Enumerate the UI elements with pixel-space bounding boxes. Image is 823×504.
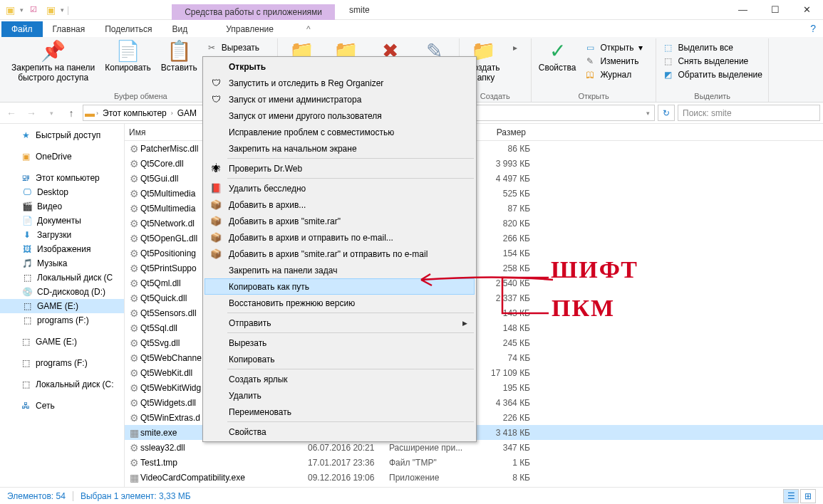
refresh-button[interactable]: ↻ xyxy=(658,105,675,121)
nav-local-c[interactable]: ⬚Локальный диск (C xyxy=(0,271,124,285)
file-row[interactable]: ▦VideoCardCompatibility.exe09.12.2016 19… xyxy=(125,470,823,485)
nav-documents[interactable]: 📄Документы xyxy=(0,214,124,228)
nav-game-e-2[interactable]: ⬚GAME (E:) xyxy=(0,335,124,349)
nav-game-e[interactable]: ⬚GAME (E:) xyxy=(0,299,124,313)
context-menu-item[interactable]: Запуск от имени другого пользователя xyxy=(205,107,475,124)
tab-home[interactable]: Главная xyxy=(43,21,95,37)
nav-video[interactable]: 🎬Видео xyxy=(0,199,124,214)
nav-pictures[interactable]: 🖼Изображения xyxy=(0,242,124,256)
context-menu-item[interactable]: 🛡Запустить и отследить в Reg Organizer xyxy=(205,75,475,91)
file-icon: ⚙ xyxy=(125,457,140,468)
copy-button[interactable]: 📄Копировать xyxy=(100,38,155,85)
close-button[interactable]: ✕ xyxy=(791,0,823,20)
context-menu-item[interactable]: 🛡Запуск от имени администратора xyxy=(205,91,475,107)
context-menu-item[interactable]: 📦Добавить в архив... xyxy=(205,196,475,213)
context-menu-item[interactable]: 📦Добавить в архив "smite.rar" xyxy=(205,213,475,229)
context-menu-item[interactable]: Восстановить прежнюю версию xyxy=(205,295,475,311)
file-size: 820 КБ xyxy=(480,219,530,229)
file-size: 74 КБ xyxy=(480,353,530,363)
cut-button[interactable]: ✂Вырезать xyxy=(203,41,274,54)
back-button[interactable]: ← xyxy=(3,105,20,122)
drive-icon: ▬ xyxy=(85,107,95,119)
up-button[interactable]: ↑ xyxy=(63,105,80,122)
minimize-button[interactable]: — xyxy=(727,0,759,20)
help-icon[interactable]: ? xyxy=(803,20,823,37)
nav-local-c-2[interactable]: ⬚Локальный диск (C: xyxy=(0,377,124,392)
file-row[interactable]: ⚙Test1.tmp17.01.2017 23:36Файл "TMP"1 КБ xyxy=(125,455,823,470)
forward-button[interactable]: → xyxy=(23,105,40,122)
nav-programs-f[interactable]: ⬚programs (F:) xyxy=(0,313,124,327)
context-menu-item[interactable]: Исправление проблем с совместимостью xyxy=(205,124,475,140)
nav-cd-drive[interactable]: 💿CD-дисковод (D:) xyxy=(0,285,124,299)
breadcrumb-segment[interactable]: GAM xyxy=(175,108,200,118)
tab-file[interactable]: Файл xyxy=(1,21,43,37)
menu-item-label: Запустить и отследить в Reg Organizer xyxy=(229,78,456,88)
paste-button[interactable]: 📋Вставить xyxy=(157,38,202,85)
file-name: ssleay32.dll xyxy=(140,443,308,453)
invert-selection-button[interactable]: ◩Обратить выделение xyxy=(659,68,765,81)
menu-item-label: Открыть xyxy=(229,62,456,72)
nav-onedrive[interactable]: ▣OneDrive xyxy=(0,149,124,164)
chevron-right-icon[interactable]: › xyxy=(96,110,98,117)
properties-icon[interactable]: ☑ xyxy=(26,3,41,17)
file-name: VideoCardCompatibility.exe xyxy=(140,473,308,483)
menu-item-label: Копировать как путь xyxy=(229,282,456,292)
file-size: 86 КБ xyxy=(480,144,530,154)
menu-item-icon: 🛡 xyxy=(207,94,224,105)
context-menu-item[interactable]: Удалить xyxy=(205,387,475,404)
maximize-button[interactable]: ☐ xyxy=(759,0,791,20)
context-menu-item[interactable]: Открыть xyxy=(205,58,475,75)
context-menu-item[interactable]: Копировать как путь xyxy=(205,278,475,295)
file-icon: ⚙ xyxy=(125,308,140,319)
breadcrumb-segment[interactable]: Этот компьютер xyxy=(100,108,170,118)
context-menu-item[interactable]: Свойства xyxy=(205,424,475,440)
collapse-ribbon-icon[interactable]: ^ xyxy=(302,21,315,37)
nav-this-pc[interactable]: 🖳Этот компьютер xyxy=(0,171,124,185)
context-menu-item[interactable]: Создать ярлык xyxy=(205,371,475,387)
context-menu-item[interactable]: Закрепить на панели задач xyxy=(205,262,475,278)
col-size[interactable]: Размер xyxy=(480,127,530,137)
context-menu-item[interactable]: 🕷Проверить Dr.Web xyxy=(205,160,475,177)
history-button[interactable]: 🕮Журнал xyxy=(581,68,653,81)
open-button[interactable]: ▭Открыть ▾ xyxy=(581,41,653,54)
pin-quick-access-button[interactable]: 📌Закрепить на панели быстрого доступа xyxy=(7,38,99,85)
folder-icon: ▣ xyxy=(3,3,17,17)
menu-item-label: Запуск от имени другого пользователя xyxy=(229,111,456,121)
tab-view[interactable]: Вид xyxy=(162,21,197,37)
context-menu-item[interactable]: 📦Добавить в архив и отправить по e-mail.… xyxy=(205,229,475,246)
chevron-down-icon[interactable]: ▾ xyxy=(643,110,653,117)
menu-item-label: Удалить xyxy=(229,391,456,401)
chevron-down-icon[interactable]: ▾ xyxy=(61,6,64,14)
file-icon: ⚙ xyxy=(125,188,140,199)
nav-network[interactable]: 🖧Сеть xyxy=(0,399,124,413)
context-menu-item[interactable]: Вырезать xyxy=(205,335,475,351)
recent-locations[interactable]: ▾ xyxy=(43,105,60,122)
context-menu-item[interactable]: 📦Добавить в архив "smite.rar" и отправит… xyxy=(205,246,475,262)
context-menu-item[interactable]: 📕Удалить бесследно xyxy=(205,180,475,196)
edit-button[interactable]: ✎Изменить xyxy=(581,55,653,68)
nav-downloads[interactable]: ⬇Загрузки xyxy=(0,228,124,242)
chevron-right-icon[interactable]: › xyxy=(171,110,173,117)
nav-programs-f-2[interactable]: ⬚programs (F:) xyxy=(0,356,124,370)
icons-view-button[interactable]: ⊞ xyxy=(800,489,816,503)
select-none-button[interactable]: ⬚Снять выделение xyxy=(659,55,765,68)
file-row[interactable]: ⚙ssleay32.dll06.07.2016 20:21Расширение … xyxy=(125,440,823,455)
context-menu-item[interactable]: Отправить▶ xyxy=(205,315,475,331)
nav-music[interactable]: 🎵Музыка xyxy=(0,256,124,271)
nav-quick-access[interactable]: ★Быстрый доступ xyxy=(0,128,124,142)
context-menu-item[interactable]: Копировать xyxy=(205,351,475,367)
file-size: 266 КБ xyxy=(480,233,530,243)
search-input[interactable]: Поиск: smite xyxy=(678,105,820,121)
context-menu-item[interactable]: Закрепить на начальном экране xyxy=(205,140,475,157)
tab-share[interactable]: Поделиться xyxy=(95,21,162,37)
file-icon: ⚙ xyxy=(125,397,140,409)
context-menu-item[interactable]: Переименовать xyxy=(205,404,475,420)
nav-desktop[interactable]: 🖵Desktop xyxy=(0,185,124,199)
new-item-button[interactable]: ▸ xyxy=(507,41,528,54)
tab-manage[interactable]: Управление xyxy=(197,21,302,37)
properties-button[interactable]: ✓Свойства xyxy=(534,38,581,81)
menu-item-icon: 📦 xyxy=(207,232,224,243)
select-all-button[interactable]: ⬚Выделить все xyxy=(659,41,765,54)
details-view-button[interactable]: ☰ xyxy=(783,489,799,503)
chevron-down-icon[interactable]: ▾ xyxy=(20,6,24,14)
